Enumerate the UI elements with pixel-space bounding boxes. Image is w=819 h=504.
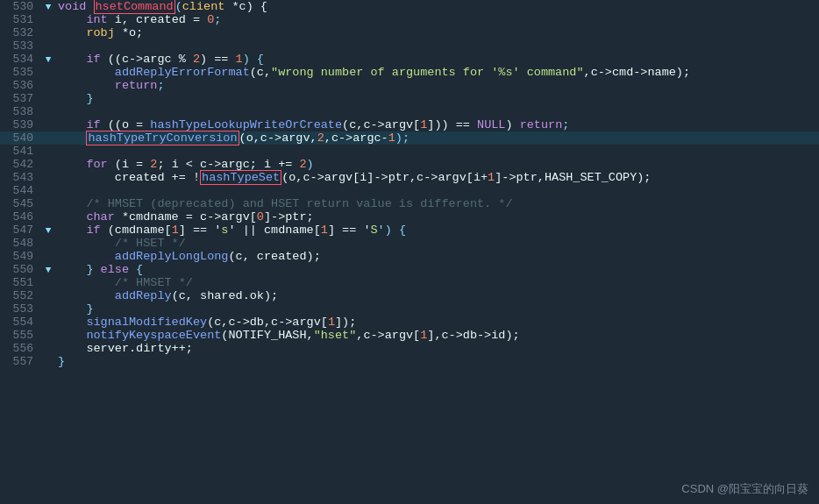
fold-arrow[interactable] [42, 302, 54, 316]
token: ])) == [427, 118, 477, 131]
token: (i = [108, 158, 151, 171]
token: ,c->argv[ [356, 329, 420, 342]
code-line: return; [54, 79, 819, 92]
line-number: 553 [0, 302, 42, 316]
token: ; [562, 118, 569, 131]
line-number: 549 [0, 250, 42, 263]
code-line: if ((c->argc % 2) == 1) { [54, 53, 819, 66]
fold-arrow[interactable] [42, 66, 54, 79]
fold-arrow[interactable] [42, 250, 54, 263]
token: 2 [299, 158, 306, 171]
token: 1 [488, 171, 495, 184]
token: signalModifiedKey [86, 316, 207, 329]
token: 1 [172, 224, 179, 237]
code-container: 530▼void hsetCommand(client *c) {531 int… [0, 0, 819, 504]
token: ]); [335, 316, 356, 329]
line-number: 536 [0, 79, 42, 92]
fold-arrow[interactable]: ▼ [42, 263, 54, 276]
line-number: 542 [0, 158, 42, 171]
token: ,c->cmd->name); [584, 66, 691, 79]
table-row: 545 /* HMSET (deprecated) and HSET retur… [0, 197, 819, 210]
line-number: 547 [0, 224, 42, 237]
token: (c,c->db,c->argv[ [207, 316, 328, 329]
table-row: 551 /* HMSET */ [0, 276, 819, 289]
token: (o,c->argv[i]->ptr,c->argv[i+ [281, 171, 488, 184]
table-row: 542 for (i = 2; i < c->argc; i += 2) [0, 158, 819, 171]
fold-arrow[interactable] [42, 131, 54, 145]
fold-arrow[interactable] [42, 329, 54, 342]
token: (c, [250, 66, 271, 79]
fold-arrow[interactable] [42, 158, 54, 171]
token: char [86, 210, 114, 224]
token: hashTypeSet [200, 170, 281, 185]
token: 1 [236, 53, 243, 66]
fold-arrow[interactable] [42, 26, 54, 39]
fold-arrow[interactable] [42, 355, 54, 368]
fold-arrow[interactable]: ▼ [42, 0, 54, 13]
token: 1 [388, 131, 395, 145]
line-number: 546 [0, 210, 42, 224]
fold-arrow[interactable] [42, 79, 54, 92]
table-row: 530▼void hsetCommand(client *c) { [0, 0, 819, 13]
token: ((c->argc % [101, 53, 193, 66]
code-line: created += !hashTypeSet(o,c->argv[i]->pt… [54, 171, 819, 184]
table-row: 553 } [0, 302, 819, 316]
code-line: } else { [54, 263, 819, 276]
fold-arrow[interactable] [42, 13, 54, 26]
code-line: for (i = 2; i < c->argc; i += 2) [54, 158, 819, 171]
token: NULL [477, 118, 505, 131]
table-row: 548 /* HSET */ [0, 237, 819, 250]
fold-arrow[interactable]: ▼ [42, 224, 54, 237]
table-row: 535 addReplyErrorFormat(c,"wrong number … [0, 66, 819, 79]
token: ],c->db->id); [427, 329, 519, 342]
token: 1 [328, 316, 335, 329]
fold-arrow[interactable] [42, 276, 54, 289]
fold-arrow[interactable] [42, 39, 54, 53]
table-row: 543 created += !hashTypeSet(o,c->argv[i]… [0, 171, 819, 184]
token: ; [157, 79, 164, 92]
token: hashTypeLookupWriteOrCreate [150, 118, 342, 131]
fold-arrow[interactable] [42, 197, 54, 210]
token: int [86, 13, 107, 26]
fold-arrow[interactable] [42, 210, 54, 224]
fold-arrow[interactable] [42, 316, 54, 329]
token: ( [175, 0, 182, 13]
token: return [520, 118, 563, 131]
table-row: 557} [0, 355, 819, 368]
token: ] == ' [179, 224, 222, 237]
token: for [86, 158, 107, 171]
token: } [86, 302, 93, 316]
code-table: 530▼void hsetCommand(client *c) {531 int… [0, 0, 819, 368]
line-number: 551 [0, 276, 42, 289]
fold-arrow[interactable] [42, 184, 54, 197]
code-line: /* HSET */ [54, 237, 819, 250]
fold-arrow[interactable] [42, 237, 54, 250]
token: (c, created); [228, 250, 320, 263]
token: created += ! [115, 171, 200, 184]
fold-arrow[interactable] [42, 118, 54, 131]
fold-arrow[interactable] [42, 105, 54, 118]
fold-arrow[interactable]: ▼ [42, 53, 54, 66]
fold-arrow[interactable] [42, 171, 54, 184]
code-line: int i, created = 0; [54, 13, 819, 26]
table-row: 538 [0, 105, 819, 118]
line-number: 535 [0, 66, 42, 79]
token: ] == ' [328, 224, 371, 237]
table-row: 552 addReply(c, shared.ok); [0, 289, 819, 302]
code-line: void hsetCommand(client *c) { [54, 0, 819, 13]
fold-arrow[interactable] [42, 145, 54, 158]
token: ,c->argc- [324, 131, 388, 145]
token: addReplyErrorFormat [115, 66, 250, 79]
line-number: 537 [0, 92, 42, 105]
fold-arrow[interactable] [42, 289, 54, 302]
fold-arrow[interactable] [42, 342, 54, 355]
table-row: 541 [0, 145, 819, 158]
token: ) { [243, 53, 264, 66]
fold-arrow[interactable] [42, 92, 54, 105]
line-number: 554 [0, 316, 42, 329]
line-number: 556 [0, 342, 42, 355]
token: hashTypeTryConversion [86, 131, 239, 146]
token: ; i < c->argc; i += [157, 158, 299, 171]
token: ]->ptr,HASH_SET_COPY); [495, 171, 651, 184]
code-line: addReplyLongLong(c, created); [54, 250, 819, 263]
